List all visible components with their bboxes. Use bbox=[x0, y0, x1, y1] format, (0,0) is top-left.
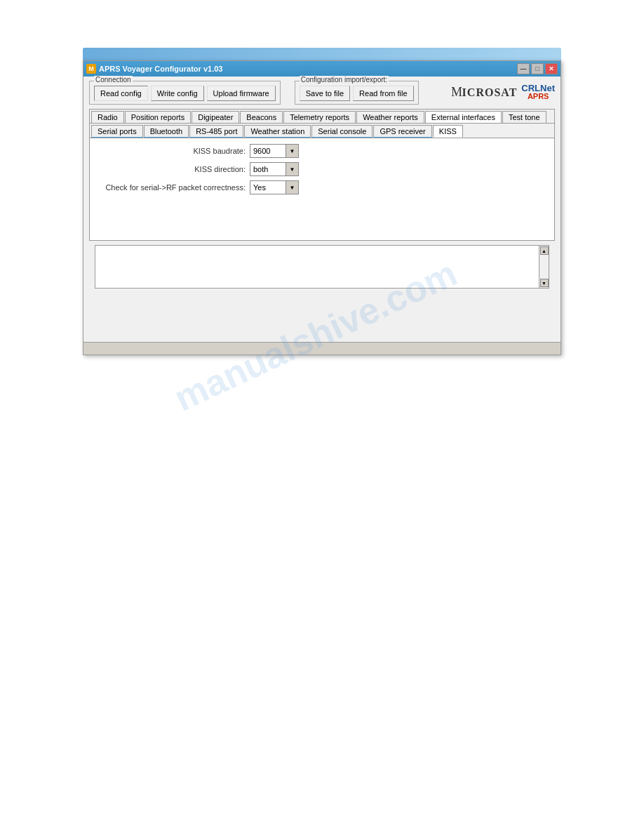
log-area[interactable]: ▲ ▼ bbox=[95, 245, 549, 289]
kiss-baudrate-label: KISS baudrate: bbox=[95, 147, 250, 155]
microsat-logo: MICROSAT bbox=[451, 85, 517, 100]
subtab-serial-ports[interactable]: Serial ports bbox=[91, 125, 143, 138]
subtab-weather-station[interactable]: Weather station bbox=[244, 125, 311, 138]
subtab-gps-receiver[interactable]: GPS receiver bbox=[373, 125, 431, 138]
crlnet-bottom: APRS bbox=[528, 93, 549, 100]
crlnet-logo: CRLNet APRS bbox=[521, 84, 555, 100]
subtab-bluetooth[interactable]: Bluetooth bbox=[144, 125, 189, 138]
window-title: APRS Voyager Configurator v1.03 bbox=[99, 65, 222, 73]
tab-external-interfaces[interactable]: External interfaces bbox=[425, 111, 502, 123]
check-serial-rf-label: Check for serial->RF packet correctness: bbox=[95, 183, 250, 192]
kiss-direction-label: KISS direction: bbox=[95, 165, 250, 173]
maximize-button[interactable]: □ bbox=[531, 63, 544, 74]
window-titlebar: M APRS Voyager Configurator v1.03 — □ ✕ bbox=[83, 61, 561, 77]
connection-buttons: Read config Write config Upload firmware bbox=[94, 86, 276, 101]
status-bar bbox=[83, 342, 561, 355]
kiss-direction-row: KISS direction: both ▼ bbox=[95, 162, 549, 176]
config-import-export-label: Configuration import/export: bbox=[300, 76, 389, 84]
kiss-baudrate-dropdown-btn[interactable]: ▼ bbox=[286, 144, 299, 158]
window-content: Connection Read config Write config Uplo… bbox=[83, 77, 561, 293]
subtab-serial-console[interactable]: Serial console bbox=[311, 125, 373, 138]
subtab-rs485-port[interactable]: RS-485 port bbox=[189, 125, 243, 138]
tab-weather-reports[interactable]: Weather reports bbox=[356, 111, 424, 123]
window-controls: — □ ✕ bbox=[517, 63, 558, 74]
tabs-container: Radio Position reports Digipeater Beacon… bbox=[89, 109, 555, 241]
scroll-down-btn[interactable]: ▼ bbox=[540, 279, 549, 287]
subtab-kiss[interactable]: KISS bbox=[433, 125, 463, 138]
check-serial-rf-value[interactable]: Yes bbox=[250, 180, 286, 194]
main-tabs-row: Radio Position reports Digipeater Beacon… bbox=[90, 110, 554, 124]
toolbar: Connection Read config Write config Uplo… bbox=[89, 81, 555, 105]
log-section: ▲ ▼ bbox=[89, 245, 555, 289]
write-config-button[interactable]: Write config bbox=[151, 86, 204, 101]
scroll-up-btn[interactable]: ▲ bbox=[540, 246, 549, 255]
connection-group-label: Connection bbox=[94, 76, 133, 84]
check-serial-rf-select-wrapper: Yes ▼ bbox=[250, 180, 299, 194]
tab-position-reports[interactable]: Position reports bbox=[125, 111, 191, 123]
kiss-direction-dropdown-btn[interactable]: ▼ bbox=[286, 162, 299, 176]
connection-group: Connection Read config Write config Uplo… bbox=[89, 81, 281, 105]
save-to-file-button[interactable]: Save to file bbox=[300, 86, 350, 101]
tab-radio[interactable]: Radio bbox=[91, 111, 124, 123]
check-serial-rf-row: Check for serial->RF packet correctness:… bbox=[95, 180, 549, 194]
kiss-direction-select-wrapper: both ▼ bbox=[250, 162, 299, 176]
minimize-button[interactable]: — bbox=[517, 63, 530, 74]
window-title-area: M APRS Voyager Configurator v1.03 bbox=[86, 64, 222, 74]
kiss-baudrate-select-wrapper: 9600 ▼ bbox=[250, 144, 299, 158]
logo-area: MICROSAT CRLNet APRS bbox=[451, 81, 555, 100]
sub-tabs-row: Serial ports Bluetooth RS-485 port Weath… bbox=[90, 124, 554, 138]
tab-digipeater[interactable]: Digipeater bbox=[192, 111, 239, 123]
config-buttons: Save to file Read from file bbox=[300, 86, 414, 101]
kiss-baudrate-row: KISS baudrate: 9600 ▼ bbox=[95, 144, 549, 158]
config-import-export-group: Configuration import/export: Save to fil… bbox=[295, 81, 419, 105]
kiss-baudrate-value[interactable]: 9600 bbox=[250, 144, 286, 158]
log-scrollbar: ▲ ▼ bbox=[539, 246, 549, 288]
check-serial-rf-dropdown-btn[interactable]: ▼ bbox=[286, 180, 299, 194]
app-icon: M bbox=[86, 64, 96, 74]
read-config-button[interactable]: Read config bbox=[94, 86, 148, 101]
kiss-direction-value[interactable]: both bbox=[250, 162, 286, 176]
tab-telemetry-reports[interactable]: Telemetry reports bbox=[283, 111, 356, 123]
window-accent-bar bbox=[83, 48, 561, 60]
close-button[interactable]: ✕ bbox=[545, 63, 558, 74]
read-from-file-button[interactable]: Read from file bbox=[353, 86, 413, 101]
application-window: M APRS Voyager Configurator v1.03 — □ ✕ … bbox=[83, 60, 561, 355]
tab-content-kiss: KISS baudrate: 9600 ▼ KISS direction: bo… bbox=[90, 138, 554, 240]
tab-test-tone[interactable]: Test tone bbox=[502, 111, 546, 123]
tab-beacons[interactable]: Beacons bbox=[240, 111, 283, 123]
upload-firmware-button[interactable]: Upload firmware bbox=[207, 86, 276, 101]
